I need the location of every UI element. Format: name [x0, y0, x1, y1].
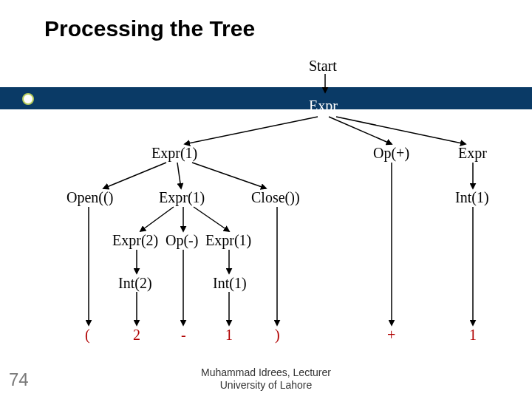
- node-expr1-a: Expr(1): [151, 145, 197, 162]
- slide-title: Processing the Tree: [44, 16, 255, 41]
- svg-line-3: [336, 117, 466, 144]
- bullet-icon: [22, 93, 34, 105]
- node-open: Open((): [66, 189, 113, 206]
- leaf-one-a: 1: [225, 327, 233, 344]
- node-close: Close()): [251, 189, 300, 206]
- leaf-one-b: 1: [469, 327, 477, 344]
- node-expr-root: Expr: [309, 98, 338, 115]
- node-op-plus: Op(+): [373, 145, 409, 162]
- svg-line-4: [103, 163, 166, 188]
- svg-line-5: [177, 163, 181, 188]
- slide-number: 74: [9, 369, 29, 390]
- node-start: Start: [309, 58, 337, 75]
- svg-line-6: [192, 163, 266, 188]
- title-underline-bar: [0, 87, 532, 109]
- node-expr-right: Expr: [458, 145, 487, 162]
- svg-line-1: [185, 117, 318, 144]
- leaf-minus: -: [181, 327, 186, 344]
- node-expr1-c: Expr(1): [205, 232, 251, 249]
- svg-line-8: [140, 207, 174, 231]
- leaf-two: 2: [133, 327, 140, 344]
- svg-line-2: [329, 117, 392, 144]
- leaf-plus: +: [387, 327, 395, 344]
- node-int1-left: Int(1): [213, 275, 247, 292]
- footer-line2: University of Lahore: [220, 379, 313, 391]
- node-op-minus: Op(-): [166, 232, 198, 249]
- node-expr1-b: Expr(1): [159, 189, 205, 206]
- footer-text: Muhammad Idrees, Lecturer University of …: [201, 366, 331, 392]
- svg-line-10: [194, 207, 229, 231]
- leaf-lparen: (: [85, 327, 90, 344]
- node-expr2: Expr(2): [112, 232, 158, 249]
- node-int1-right: Int(1): [455, 189, 489, 206]
- footer-line1: Muhammad Idrees, Lecturer: [201, 366, 331, 378]
- leaf-rparen: ): [275, 327, 280, 344]
- node-int2: Int(2): [118, 275, 152, 292]
